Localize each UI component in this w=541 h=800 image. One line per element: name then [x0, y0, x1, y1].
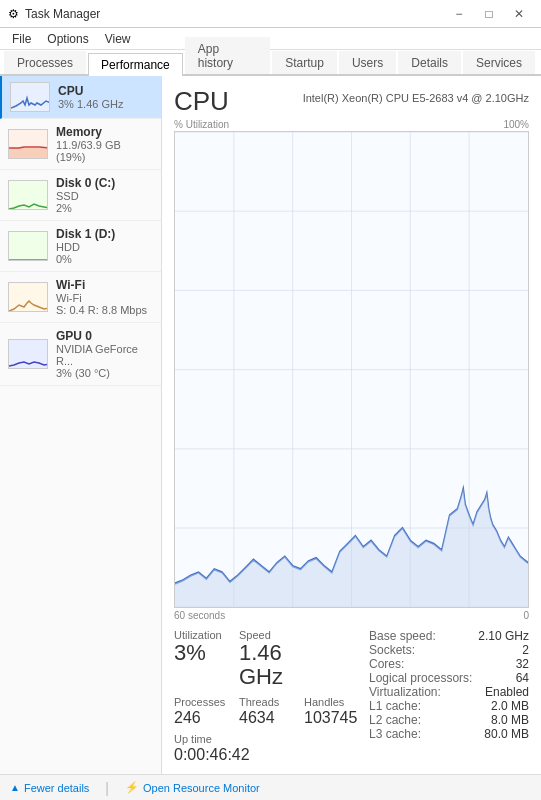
cores-value: 32 [516, 657, 529, 671]
title-bar: ⚙ Task Manager − □ ✕ [0, 0, 541, 28]
l1-value: 2.0 MB [491, 699, 529, 713]
stats-row1: Utilization 3% Speed 1.46 GHz [174, 629, 361, 689]
stat-base-speed: Base speed: 2.10 GHz [369, 629, 529, 643]
handles-label: Handles [304, 696, 361, 708]
processes-label: Processes [174, 696, 231, 708]
panel-subtitle: Intel(R) Xeon(R) CPU E5-2683 v4 @ 2.10GH… [303, 92, 529, 104]
disk0-info: Disk 0 (C:) SSD 2% [56, 176, 153, 214]
cpu-sub: 3% 1.46 GHz [58, 98, 153, 110]
chart-time-end: 0 [523, 610, 529, 621]
l2-label: L2 cache: [369, 713, 421, 727]
empty-stat [304, 629, 361, 689]
util-value: 3% [174, 641, 231, 665]
gpu0-sub1: NVIDIA GeForce R... [56, 343, 153, 367]
speed-value: 1.46 GHz [239, 641, 296, 689]
processes-value: 246 [174, 708, 231, 727]
stat-virtualization: Virtualization: Enabled [369, 685, 529, 699]
threads-stat: Threads 4634 [239, 696, 296, 727]
disk1-thumbnail [8, 231, 48, 261]
resource-monitor-label: Open Resource Monitor [143, 782, 260, 794]
menu-options[interactable]: Options [39, 28, 96, 50]
app-icon: ⚙ [8, 7, 19, 21]
disk1-info: Disk 1 (D:) HDD 0% [56, 227, 153, 265]
title-bar-controls: − □ ✕ [445, 3, 533, 25]
bottom-bar: ▲ Fewer details | ⚡ Open Resource Monito… [0, 774, 541, 800]
title-text: Task Manager [25, 7, 100, 21]
threads-value: 4634 [239, 708, 296, 727]
sidebar: CPU 3% 1.46 GHz Memory 11.9/63.9 GB (19%… [0, 76, 162, 774]
uptime-label: Up time [174, 733, 361, 745]
chart-time-start: 60 seconds [174, 610, 225, 621]
base-speed-value: 2.10 GHz [478, 629, 529, 643]
memory-thumbnail [8, 129, 48, 159]
menu-file[interactable]: File [4, 28, 39, 50]
tab-app-history[interactable]: App history [185, 37, 271, 74]
stat-logical-processors: Logical processors: 64 [369, 671, 529, 685]
resource-monitor-link[interactable]: ⚡ Open Resource Monitor [125, 781, 260, 794]
tab-users[interactable]: Users [339, 51, 396, 74]
tab-startup[interactable]: Startup [272, 51, 337, 74]
cpu-info: CPU 3% 1.46 GHz [58, 84, 153, 110]
tab-details[interactable]: Details [398, 51, 461, 74]
sockets-value: 2 [522, 643, 529, 657]
sidebar-item-cpu[interactable]: CPU 3% 1.46 GHz [0, 76, 161, 119]
menu-view[interactable]: View [97, 28, 139, 50]
tab-services[interactable]: Services [463, 51, 535, 74]
wifi-thumbnail [8, 282, 48, 312]
stat-l3: L3 cache: 80.0 MB [369, 727, 529, 741]
chart-labels: % Utilization 100% [174, 119, 529, 130]
speed-stat: Speed 1.46 GHz [239, 629, 296, 689]
disk1-sub1: HDD [56, 241, 153, 253]
virt-label: Virtualization: [369, 685, 441, 699]
title-bar-left: ⚙ Task Manager [8, 7, 100, 21]
bottom-stats-area: Utilization 3% Speed 1.46 GHz Processes … [174, 629, 529, 764]
chevron-down-icon: ▲ [10, 782, 20, 793]
handles-stat: Handles 103745 [304, 696, 361, 727]
sockets-label: Sockets: [369, 643, 415, 657]
fewer-details-link[interactable]: ▲ Fewer details [10, 782, 89, 794]
disk0-label: Disk 0 (C:) [56, 176, 153, 190]
minimize-button[interactable]: − [445, 3, 473, 25]
wifi-label: Wi-Fi [56, 278, 153, 292]
resource-monitor-icon: ⚡ [125, 781, 139, 794]
lp-value: 64 [516, 671, 529, 685]
tab-processes[interactable]: Processes [4, 51, 86, 74]
threads-label: Threads [239, 696, 296, 708]
uptime-value: 0:00:46:42 [174, 745, 361, 764]
wifi-sub2: S: 0.4 R: 8.8 Mbps [56, 304, 153, 316]
disk0-sub1: SSD [56, 190, 153, 202]
stats-row2: Processes 246 Threads 4634 Handles 10374… [174, 696, 361, 727]
sidebar-item-gpu0[interactable]: GPU 0 NVIDIA GeForce R... 3% (30 °C) [0, 323, 161, 386]
l3-label: L3 cache: [369, 727, 421, 741]
memory-sub: 11.9/63.9 GB (19%) [56, 139, 153, 163]
close-button[interactable]: ✕ [505, 3, 533, 25]
l2-value: 8.0 MB [491, 713, 529, 727]
panel-header: CPU Intel(R) Xeon(R) CPU E5-2683 v4 @ 2.… [174, 86, 529, 117]
disk1-sub2: 0% [56, 253, 153, 265]
uptime-stat: Up time 0:00:46:42 [174, 733, 361, 764]
l3-value: 80.0 MB [484, 727, 529, 741]
cpu-label: CPU [58, 84, 153, 98]
svg-rect-0 [9, 148, 48, 159]
cpu-chart-svg [175, 132, 528, 607]
separator: | [105, 780, 109, 796]
gpu0-label: GPU 0 [56, 329, 153, 343]
sidebar-item-memory[interactable]: Memory 11.9/63.9 GB (19%) [0, 119, 161, 170]
maximize-button[interactable]: □ [475, 3, 503, 25]
stat-sockets: Sockets: 2 [369, 643, 529, 657]
virt-value: Enabled [485, 685, 529, 699]
stat-l1: L1 cache: 2.0 MB [369, 699, 529, 713]
l1-label: L1 cache: [369, 699, 421, 713]
sidebar-item-disk1[interactable]: Disk 1 (D:) HDD 0% [0, 221, 161, 272]
gpu0-sub2: 3% (30 °C) [56, 367, 153, 379]
fewer-details-label: Fewer details [24, 782, 89, 794]
right-panel: CPU Intel(R) Xeon(R) CPU E5-2683 v4 @ 2.… [162, 76, 541, 774]
wifi-info: Wi-Fi Wi-Fi S: 0.4 R: 8.8 Mbps [56, 278, 153, 316]
tab-bar: Processes Performance App history Startu… [0, 50, 541, 76]
stat-cores: Cores: 32 [369, 657, 529, 671]
right-stats-col: Base speed: 2.10 GHz Sockets: 2 Cores: 3… [369, 629, 529, 764]
sidebar-item-disk0[interactable]: Disk 0 (C:) SSD 2% [0, 170, 161, 221]
sidebar-item-wifi[interactable]: Wi-Fi Wi-Fi S: 0.4 R: 8.8 Mbps [0, 272, 161, 323]
gpu0-info: GPU 0 NVIDIA GeForce R... 3% (30 °C) [56, 329, 153, 379]
tab-performance[interactable]: Performance [88, 53, 183, 76]
